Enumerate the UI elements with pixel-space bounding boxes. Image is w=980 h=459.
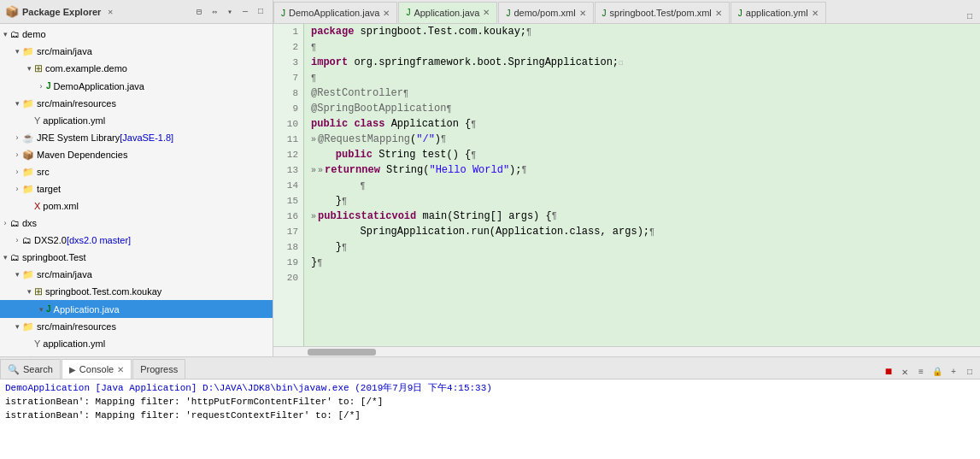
tree-item-6[interactable]: ›☕JRE System Library [JavaSE-1.8]: [0, 129, 273, 146]
editor-tab-3[interactable]: Jspringboot.Test/pom.xml✕: [595, 2, 730, 23]
tree-icon: 🗂: [10, 26, 20, 42]
tab-close-2[interactable]: ✕: [579, 9, 586, 18]
editor-maximize-icon[interactable]: □: [963, 9, 977, 23]
bottom-tab-1[interactable]: ▶Console✕: [62, 359, 132, 379]
bottom-tab-0[interactable]: 🔍Search: [0, 359, 61, 379]
tree-item-13[interactable]: ▾🗂springboot.Test: [0, 249, 273, 266]
package-explorer-panel: 📦 Package Explorer ✕ ⊟ ⇔ ▾ — □ ▾🗂demo▾📁s…: [0, 0, 273, 356]
expand-icon[interactable]: ›: [12, 232, 22, 248]
expand-icon[interactable]: ▾: [0, 26, 10, 42]
expand-icon[interactable]: ›: [36, 79, 46, 94]
editor-tab-0[interactable]: JDemoApplication.java✕: [273, 2, 397, 23]
editor-tab-1[interactable]: JApplication.java✕: [398, 2, 497, 23]
tree-item-10[interactable]: Xpom.xml: [0, 197, 273, 215]
editor-tab-4[interactable]: Japplication.yml✕: [731, 2, 826, 23]
code-line-3: import org.springframework.boot.SpringAp…: [311, 55, 973, 70]
expand-icon[interactable]: ▾: [12, 319, 22, 334]
tree-item-12[interactable]: ›🗂DXS2.0 [dxs2.0 master]: [0, 232, 273, 249]
tree-item-0[interactable]: ▾🗂demo: [0, 26, 273, 43]
expand-icon[interactable]: ▾: [24, 284, 34, 299]
tree-icon: Y: [34, 113, 40, 128]
tree-item-8[interactable]: ›📁src: [0, 163, 273, 180]
code-editor[interactable]: 1237891011121314151617181920 package spr…: [273, 24, 980, 346]
tree-item-15[interactable]: ▾⊞springboot.Test.com.koukay: [0, 283, 273, 300]
tree-label: DemoApplication.java: [54, 79, 144, 94]
tab-close-1[interactable]: ✕: [483, 8, 490, 17]
expand-icon[interactable]: ▾: [12, 96, 22, 111]
expand-icon[interactable]: ▾: [12, 44, 22, 59]
editor-tab-2[interactable]: Jdemo/pom.xml✕: [498, 2, 593, 23]
bottom-tab-close-1[interactable]: ✕: [117, 365, 124, 374]
tab-close-3[interactable]: ✕: [715, 9, 722, 18]
tree-icon: 📦: [22, 147, 34, 162]
sidebar-close-tab[interactable]: ✕: [108, 7, 113, 17]
tree-label: springboot.Test: [22, 250, 86, 265]
line-number-19: 19: [279, 255, 298, 270]
new-console-icon[interactable]: +: [947, 365, 960, 379]
code-lines[interactable]: package springboot.Test.com.koukay;¶¶imp…: [304, 24, 980, 346]
tree-item-4[interactable]: ▾📁src/main/resources: [0, 95, 273, 112]
package-explorer-icon: 📦: [5, 5, 19, 19]
tree-item-7[interactable]: ›📦Maven Dependencies: [0, 146, 273, 163]
console-maximize-icon[interactable]: □: [963, 365, 977, 379]
tree-item-14[interactable]: ▾📁src/main/java: [0, 266, 273, 283]
line-number-12: 12: [279, 147, 298, 162]
sidebar-menu-icon[interactable]: ▾: [223, 5, 237, 19]
tree-item-5[interactable]: Yapplication.yml: [0, 112, 273, 129]
line-number-18: 18: [279, 239, 298, 255]
sidebar-maximize-icon[interactable]: □: [254, 5, 267, 19]
expand-icon[interactable]: ›: [12, 164, 22, 179]
console-line-1: istrationBean': Mapping filter: 'httpPut…: [5, 395, 975, 409]
remove-launch-icon[interactable]: ✕: [898, 365, 912, 379]
tree-item-11[interactable]: ›🗂dxs: [0, 215, 273, 232]
tree-item-1[interactable]: ▾📁src/main/java: [0, 43, 273, 60]
expand-icon[interactable]: ▾: [36, 302, 46, 317]
horizontal-scrollbar[interactable]: [273, 346, 980, 356]
line-number-7: 7: [279, 70, 298, 85]
expand-icon[interactable]: ›: [0, 215, 10, 231]
tree-item-9[interactable]: ›📁target: [0, 180, 273, 197]
tab-label-0: DemoApplication.java: [289, 8, 379, 18]
tree-label: pom.xml: [43, 198, 79, 214]
expand-icon[interactable]: ›: [12, 147, 22, 162]
fold-arrow[interactable]: »: [311, 132, 318, 148]
expand-icon[interactable]: ▾: [0, 250, 10, 265]
tab-label-4: application.yml: [746, 8, 808, 18]
bottom-panel: 🔍Search▶Console✕Progress ■ ✕ ≡ 🔒 + □ Dem…: [0, 356, 980, 459]
tree-label: com.example.demo: [45, 61, 127, 76]
collapse-all-icon[interactable]: ⊟: [192, 5, 206, 19]
tab-close-0[interactable]: ✕: [383, 9, 390, 18]
scroll-lock-icon[interactable]: 🔒: [930, 365, 944, 379]
expand-icon[interactable]: ›: [12, 181, 22, 197]
link-with-editor-icon[interactable]: ⇔: [208, 5, 221, 19]
code-line-8: @RestController¶: [311, 85, 973, 101]
tab-close-4[interactable]: ✕: [812, 9, 819, 18]
tree-item-16[interactable]: ▾JApplication.java: [0, 300, 273, 318]
tree-label: springboot.Test.com.koukay: [45, 284, 161, 299]
tree-item-17[interactable]: ▾📁src/main/resources: [0, 318, 273, 335]
console-app-link[interactable]: DemoApplication [Java Application] D:\JA…: [5, 383, 492, 393]
fold-arrow[interactable]: »: [311, 209, 318, 225]
tab-icon-4: J: [738, 9, 742, 18]
expand-icon[interactable]: ›: [12, 130, 22, 145]
stop-icon[interactable]: ■: [882, 365, 895, 379]
bottom-tab-2[interactable]: Progress: [132, 359, 185, 379]
code-line-19: }¶: [311, 255, 973, 270]
tree-icon: J: [46, 301, 51, 317]
tree-item-3[interactable]: ›JDemoApplication.java: [0, 77, 273, 95]
tree-icon: 🗂: [10, 250, 20, 265]
tree-item-2[interactable]: ▾⊞com.example.demo: [0, 60, 273, 77]
expand-icon[interactable]: ▾: [12, 267, 22, 282]
expand-icon[interactable]: ▾: [24, 61, 34, 76]
line-number-9: 9: [279, 101, 298, 116]
code-line-12: public String test() {¶: [311, 147, 973, 162]
tree-label: Application.java: [54, 302, 120, 317]
sidebar-title: Package Explorer: [22, 7, 101, 17]
sidebar-minimize-icon[interactable]: —: [238, 5, 252, 19]
editor-tab-right-icons: □: [963, 9, 980, 23]
code-line-14: ¶: [311, 178, 973, 193]
tree-icon: 🗂: [10, 215, 20, 231]
tree-item-18[interactable]: Yapplication.yml: [0, 335, 273, 352]
clear-console-icon[interactable]: ≡: [914, 365, 928, 379]
tree-icon: J: [46, 78, 51, 94]
